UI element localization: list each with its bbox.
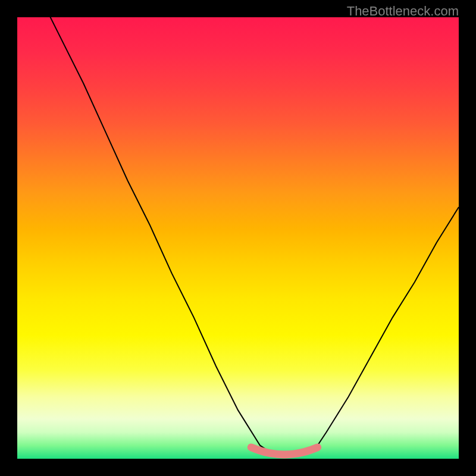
chart-container: TheBottleneck.com <box>0 0 476 476</box>
bottleneck-curve <box>17 17 459 456</box>
optimal-band <box>251 447 317 455</box>
plot-area <box>17 17 459 459</box>
curve-svg <box>17 17 459 459</box>
attribution-text: TheBottleneck.com <box>347 4 459 19</box>
